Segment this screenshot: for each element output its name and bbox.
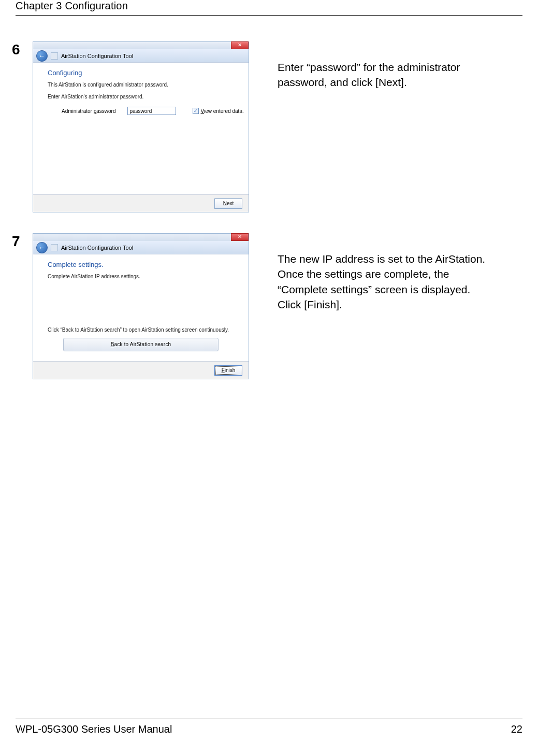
window-subtitle: Complete settings.	[33, 254, 249, 273]
close-icon[interactable]: ✕	[231, 41, 249, 49]
window-title-text: AirStation Configuration Tool	[61, 245, 133, 251]
window-body: Complete settings. Complete AirStation I…	[33, 254, 249, 361]
next-button[interactable]: Next	[214, 198, 242, 209]
window-header: ← AirStation Configuration Tool	[33, 49, 249, 63]
step-number: 6	[12, 41, 33, 58]
page-header: Chapter 3 Configuration	[16, 0, 522, 16]
step-6-figure: ✕ ← AirStation Configuration Tool Config…	[33, 41, 254, 212]
app-icon	[51, 244, 58, 251]
step-7: 7 ✕ ← AirStation Configuration Tool Comp…	[12, 233, 538, 379]
body-line-1: This AirStation is configured administra…	[33, 81, 249, 93]
steps-container: 6 ✕ ← AirStation Configuration Tool Conf…	[12, 41, 538, 400]
window-header: ← AirStation Configuration Tool	[33, 241, 249, 254]
step-7-instruction: The new IP address is set to the AirStat…	[254, 233, 490, 312]
page-footer: WPL-05G300 Series User Manual 22	[16, 719, 522, 735]
body-line-2: Enter AirStation's administrator passwor…	[33, 93, 249, 105]
back-icon[interactable]: ←	[36, 242, 48, 253]
page-number: 22	[511, 723, 522, 735]
password-input[interactable]	[127, 107, 176, 115]
app-icon	[51, 52, 58, 60]
chapter-title: Chapter 3 Configuration	[16, 0, 128, 11]
view-data-checkbox[interactable]: ✓ View entered data.	[193, 108, 244, 114]
footer-text: WPL-05G300 Series User Manual	[16, 723, 172, 735]
window-title-text: AirStation Configuration Tool	[61, 53, 133, 59]
window-footer: Finish	[33, 361, 249, 379]
window-titlebar: ✕	[33, 42, 249, 49]
checkbox-icon: ✓	[193, 108, 199, 114]
step-6: 6 ✕ ← AirStation Configuration Tool Conf…	[12, 41, 538, 212]
body-note: Click “Back to AirStation search” to ope…	[33, 327, 249, 338]
window-footer: Next	[33, 194, 249, 212]
body-line-1: Complete AirStation IP address settings.	[33, 273, 249, 284]
back-icon[interactable]: ←	[36, 50, 48, 62]
close-icon[interactable]: ✕	[231, 233, 249, 241]
step-6-instruction: Enter “password” for the administrator p…	[254, 41, 490, 90]
window-body: Configuring This AirStation is configure…	[33, 63, 249, 194]
window-subtitle: Configuring	[33, 63, 249, 81]
step-7-figure: ✕ ← AirStation Configuration Tool Comple…	[33, 233, 254, 379]
password-row: Administrator password ✓ View entered da…	[33, 107, 249, 115]
window-titlebar: ✕	[33, 234, 249, 241]
finish-button[interactable]: Finish	[214, 365, 242, 376]
step-number: 7	[12, 233, 33, 250]
password-label: Administrator password	[62, 108, 116, 114]
checkbox-label: View entered data.	[201, 108, 244, 114]
back-to-search-button[interactable]: Back to AirStation search	[63, 338, 219, 351]
dialog-window-7: ✕ ← AirStation Configuration Tool Comple…	[33, 233, 249, 379]
dialog-window-6: ✕ ← AirStation Configuration Tool Config…	[33, 41, 249, 212]
